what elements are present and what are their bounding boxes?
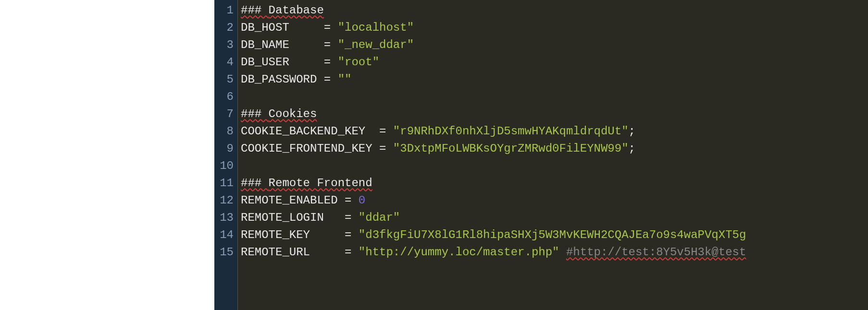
line-number: 13 xyxy=(214,209,237,227)
code-token: "_new_ddar" xyxy=(338,38,414,51)
code-editor[interactable]: ### DatabaseDB_HOST = "localhost"DB_NAME… xyxy=(237,0,868,310)
line-number: 8 xyxy=(214,123,237,140)
code-line[interactable]: ### Database xyxy=(241,2,868,19)
code-token: "3DxtpMFoLWBKsOYgrZMRwd0FilEYNW99" xyxy=(393,142,629,155)
code-token: DB_PASSWORD = xyxy=(241,73,338,86)
code-token: DB_NAME = xyxy=(241,38,338,51)
code-token: REMOTE_URL = xyxy=(241,246,359,259)
code-token: REMOTE_KEY = xyxy=(241,228,359,241)
code-line[interactable]: REMOTE_KEY = "d3fkgFiU7X8lG1Rl8hipaSHXj5… xyxy=(241,227,868,244)
code-line[interactable]: COOKIE_FRONTEND_KEY = "3DxtpMFoLWBKsOYgr… xyxy=(241,140,868,157)
code-token: REMOTE_LOGIN = xyxy=(241,211,359,224)
code-token: Database xyxy=(269,4,324,17)
code-token: #http://test:8Y5v5H3k@test xyxy=(566,246,746,259)
line-number: 7 xyxy=(214,106,237,123)
code-line[interactable]: DB_NAME = "_new_ddar" xyxy=(241,36,868,54)
code-line[interactable] xyxy=(241,157,868,175)
code-token: ### xyxy=(241,107,269,120)
code-token: DB_USER = xyxy=(241,56,338,69)
line-number: 9 xyxy=(214,140,237,157)
code-token: ### xyxy=(241,4,269,17)
code-token: ; xyxy=(629,125,635,138)
code-line[interactable]: ### Remote Frontend xyxy=(241,175,868,192)
line-number: 3 xyxy=(214,36,237,54)
line-number: 12 xyxy=(214,192,237,209)
code-line[interactable]: REMOTE_ENABLED = 0 xyxy=(241,192,868,209)
code-token: Frontend xyxy=(317,177,372,190)
code-token: "localhost" xyxy=(338,21,414,34)
line-number: 1 xyxy=(214,2,237,19)
left-blank-pane xyxy=(0,0,214,310)
code-token xyxy=(559,246,566,259)
code-token: Cookies xyxy=(269,107,317,120)
code-token: "http://yummy.loc/master.php" xyxy=(359,246,559,259)
line-number: 2 xyxy=(214,19,237,36)
code-line[interactable]: COOKIE_BACKEND_KEY = "r9NRhDXf0nhXljD5sm… xyxy=(241,123,868,140)
code-line[interactable]: ### Cookies xyxy=(241,106,868,123)
code-token: "" xyxy=(338,73,352,86)
code-token: COOKIE_FRONTEND_KEY = xyxy=(241,142,393,155)
code-token: Remote xyxy=(269,177,317,190)
line-number-gutter: 123456789101112131415 xyxy=(214,0,237,310)
code-token: ### xyxy=(241,177,269,190)
code-token: "ddar" xyxy=(359,211,400,224)
line-number: 14 xyxy=(214,227,237,244)
code-token: "d3fkgFiU7X8lG1Rl8hipaSHXj5W3MvKEWH2CQAJ… xyxy=(359,228,746,241)
code-line[interactable]: DB_USER = "root" xyxy=(241,54,868,71)
line-number: 10 xyxy=(214,157,237,175)
code-token: DB_HOST = xyxy=(241,21,338,34)
code-line[interactable]: DB_HOST = "localhost" xyxy=(241,19,868,36)
code-token: 0 xyxy=(359,194,365,207)
code-line[interactable]: REMOTE_URL = "http://yummy.loc/master.ph… xyxy=(241,244,868,261)
line-number: 5 xyxy=(214,71,237,88)
code-line[interactable]: REMOTE_LOGIN = "ddar" xyxy=(241,209,868,227)
code-line[interactable] xyxy=(241,88,868,106)
line-number: 4 xyxy=(214,54,237,71)
code-token: "root" xyxy=(338,56,379,69)
line-number: 15 xyxy=(214,244,237,261)
code-token: REMOTE_ENABLED = xyxy=(241,194,359,207)
line-number: 11 xyxy=(214,175,237,192)
code-token: COOKIE_BACKEND_KEY = xyxy=(241,125,393,138)
line-number: 6 xyxy=(214,88,237,106)
code-token: "r9NRhDXf0nhXljD5smwHYAKqmldrqdUt" xyxy=(393,125,629,138)
code-line[interactable]: DB_PASSWORD = "" xyxy=(241,71,868,88)
code-token: ; xyxy=(629,142,635,155)
